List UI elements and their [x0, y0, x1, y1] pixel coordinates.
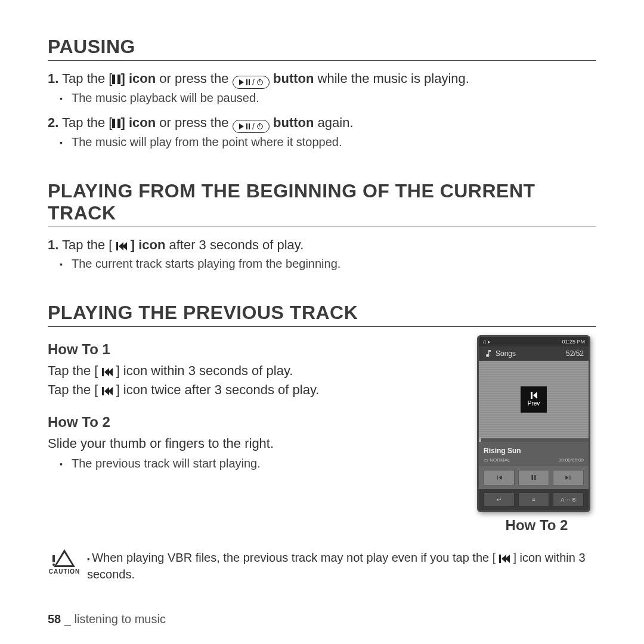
- page-footer: 58 _ listening to music: [48, 612, 166, 626]
- caution-text: When playing VBR files, the previous tra…: [87, 549, 596, 583]
- section-title-beginning: PLAYING FROM THE BEGINNING OF THE CURREN…: [48, 180, 596, 227]
- howto2-sub: The previous track will start playing.: [72, 457, 465, 470]
- pausing-step-2: 2. Tap the [] icon or press the / button…: [48, 113, 596, 133]
- how-to-1-heading: How To 1: [48, 341, 465, 358]
- pause-icon: [112, 119, 120, 128]
- text: again.: [314, 115, 353, 130]
- icon-label: ] icon: [113, 363, 148, 378]
- skip-back-icon: [499, 555, 510, 563]
- device-meta: ▭ NORMAL 00:00/05:09: [479, 457, 589, 466]
- beginning-sub-1: The current track starts playing from th…: [72, 257, 596, 271]
- howto1-line2: Tap the [ ] icon twice after 3 seconds o…: [48, 380, 465, 400]
- page-number: 58: [48, 612, 61, 626]
- step-num: 2.: [48, 115, 58, 130]
- icon-label: ] icon: [127, 237, 166, 252]
- text: Tap the [: [62, 115, 112, 130]
- skip-back-icon: [116, 242, 127, 250]
- text: [: [493, 551, 499, 564]
- device-list-button[interactable]: ≡: [518, 493, 549, 507]
- caution-icon: CAUTION: [48, 549, 81, 575]
- text: or press the: [156, 71, 232, 86]
- button-label: button: [270, 115, 314, 130]
- text: Tap the [: [62, 237, 116, 252]
- device-header-label: Songs: [496, 349, 516, 358]
- how-to-2-heading: How To 2: [48, 414, 465, 431]
- device-progress-bar: [479, 438, 589, 442]
- device-elapsed: 00:00/05:09: [559, 457, 584, 463]
- footer-sep: _: [61, 612, 74, 626]
- pausing-sub-1: The music playback will be paused.: [72, 91, 596, 105]
- skip-back-icon: [102, 387, 113, 395]
- text: When playing VBR files, the previous tra…: [92, 551, 492, 564]
- device-status-bar: ♫ ▸ 01:25 PM: [479, 337, 589, 346]
- music-note-icon: ♫ ▸: [482, 339, 491, 345]
- chapter-name: listening to music: [75, 612, 166, 626]
- device-controls: [479, 466, 589, 489]
- device-caption: How To 2: [477, 517, 596, 534]
- device-album-art: Prev: [479, 361, 589, 438]
- section-title-pausing: PAUSING: [48, 36, 596, 61]
- icon-label: ] icon: [120, 71, 156, 86]
- step-num: 1.: [48, 237, 58, 252]
- device-prev-label: Prev: [528, 400, 540, 407]
- text: twice after 3 seconds of play.: [147, 382, 319, 397]
- device-prev-overlay: Prev: [521, 386, 547, 413]
- text: Tap the [: [48, 382, 102, 397]
- device-track-count: 52/52: [566, 349, 584, 358]
- caution-label: CAUTION: [49, 568, 80, 575]
- device-time: 01:25 PM: [562, 339, 585, 345]
- device-next-button[interactable]: [553, 470, 584, 485]
- button-label: button: [270, 71, 314, 86]
- device-ab-button[interactable]: A ↔ B: [553, 493, 584, 507]
- skip-back-icon: [102, 368, 113, 376]
- section-title-previous: PLAYING THE PREVIOUS TRACK: [48, 302, 596, 327]
- text: or press the: [156, 115, 232, 130]
- device-screenshot: ♫ ▸ 01:25 PM Songs 52/52 Prev Rising Sun…: [477, 335, 590, 512]
- play-pause-power-button-icon: /: [233, 76, 270, 89]
- icon-label: ] icon: [113, 382, 148, 397]
- icon-label: ] icon: [510, 551, 541, 564]
- pause-icon: [112, 75, 120, 84]
- device-bottom-bar: ↩ ≡ A ↔ B: [479, 489, 589, 510]
- device-eq-mode: ▭ NORMAL: [484, 457, 510, 463]
- device-track-title: Rising Sun: [479, 442, 589, 457]
- howto1-line1: Tap the [ ] icon within 3 seconds of pla…: [48, 361, 465, 380]
- text: Tap the [: [62, 71, 112, 86]
- pausing-sub-2: The music will play from the point where…: [72, 135, 596, 149]
- text: while the music is playing.: [314, 71, 469, 86]
- device-prev-button[interactable]: [484, 470, 515, 485]
- text: Tap the [: [48, 363, 102, 378]
- text: within 3 seconds of play.: [147, 363, 293, 378]
- pausing-step-1: 1. Tap the [] icon or press the / button…: [48, 69, 596, 89]
- device-pause-button[interactable]: [518, 470, 549, 485]
- howto2-line1: Slide your thumb or fingers to the right…: [48, 434, 465, 453]
- device-header: Songs 52/52: [479, 346, 589, 361]
- caution-block: CAUTION When playing VBR files, the prev…: [48, 549, 596, 583]
- music-note-icon: [484, 349, 493, 358]
- beginning-step-1: 1. Tap the [ ] icon after 3 seconds of p…: [48, 236, 596, 255]
- icon-label: ] icon: [120, 115, 156, 130]
- play-pause-power-button-icon: /: [233, 120, 270, 133]
- text: after 3 seconds of play.: [165, 237, 304, 252]
- device-back-button[interactable]: ↩: [484, 493, 515, 507]
- step-num: 1.: [48, 71, 58, 86]
